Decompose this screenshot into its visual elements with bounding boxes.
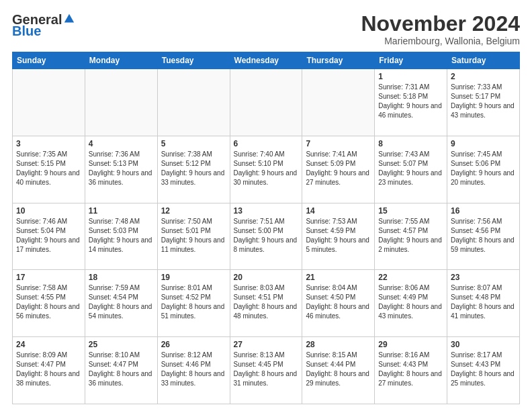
calendar-cell bbox=[302, 69, 375, 136]
calendar-cell: 12Sunrise: 7:50 AM Sunset: 5:01 PM Dayli… bbox=[157, 203, 230, 270]
calendar-cell bbox=[13, 69, 85, 136]
calendar-cell: 2Sunrise: 7:33 AM Sunset: 5:17 PM Daylig… bbox=[447, 69, 520, 136]
day-number: 13 bbox=[234, 206, 299, 216]
col-header-wednesday: Wednesday bbox=[230, 52, 302, 69]
day-info: Sunrise: 7:58 AM Sunset: 4:55 PM Dayligh… bbox=[16, 283, 81, 321]
calendar-cell: 13Sunrise: 7:51 AM Sunset: 5:00 PM Dayli… bbox=[230, 203, 302, 270]
calendar-cell: 14Sunrise: 7:53 AM Sunset: 4:59 PM Dayli… bbox=[302, 203, 375, 270]
day-number: 7 bbox=[306, 139, 371, 148]
day-number: 23 bbox=[451, 273, 516, 282]
day-info: Sunrise: 8:06 AM Sunset: 4:49 PM Dayligh… bbox=[378, 283, 443, 321]
calendar-cell: 25Sunrise: 8:10 AM Sunset: 4:47 PM Dayli… bbox=[85, 337, 157, 404]
month-title: November 2024 bbox=[361, 12, 520, 36]
calendar-cell bbox=[157, 69, 230, 136]
logo-blue-text: Blue bbox=[12, 24, 41, 39]
calendar-cell: 4Sunrise: 7:36 AM Sunset: 5:13 PM Daylig… bbox=[85, 136, 157, 203]
day-number: 17 bbox=[16, 273, 81, 282]
calendar-cell: 15Sunrise: 7:55 AM Sunset: 4:57 PM Dayli… bbox=[375, 203, 447, 270]
day-number: 26 bbox=[161, 340, 226, 349]
day-number: 4 bbox=[89, 139, 154, 148]
col-header-friday: Friday bbox=[375, 52, 447, 69]
calendar-table: SundayMondayTuesdayWednesdayThursdayFrid… bbox=[12, 52, 520, 404]
calendar-cell: 29Sunrise: 8:16 AM Sunset: 4:43 PM Dayli… bbox=[375, 337, 447, 404]
header: General Blue November 2024 Mariembourg, … bbox=[12, 12, 520, 46]
calendar-cell: 23Sunrise: 8:07 AM Sunset: 4:48 PM Dayli… bbox=[447, 270, 520, 337]
logo-icon bbox=[63, 13, 75, 25]
day-info: Sunrise: 8:07 AM Sunset: 4:48 PM Dayligh… bbox=[451, 283, 516, 321]
day-info: Sunrise: 8:15 AM Sunset: 4:44 PM Dayligh… bbox=[306, 351, 371, 388]
calendar-cell bbox=[230, 69, 302, 136]
logo: General Blue bbox=[12, 12, 75, 39]
day-number: 6 bbox=[234, 139, 299, 148]
col-header-monday: Monday bbox=[85, 52, 157, 69]
day-info: Sunrise: 7:45 AM Sunset: 5:06 PM Dayligh… bbox=[451, 150, 516, 187]
day-number: 9 bbox=[451, 139, 516, 148]
svg-marker-0 bbox=[64, 13, 74, 22]
calendar-header-row: SundayMondayTuesdayWednesdayThursdayFrid… bbox=[13, 52, 520, 69]
calendar-cell: 27Sunrise: 8:13 AM Sunset: 4:45 PM Dayli… bbox=[230, 337, 302, 404]
col-header-sunday: Sunday bbox=[13, 52, 85, 69]
calendar-cell: 24Sunrise: 8:09 AM Sunset: 4:47 PM Dayli… bbox=[13, 337, 85, 404]
page: General Blue November 2024 Mariembourg, … bbox=[0, 0, 532, 411]
day-info: Sunrise: 8:04 AM Sunset: 4:50 PM Dayligh… bbox=[306, 283, 371, 321]
day-info: Sunrise: 7:35 AM Sunset: 5:15 PM Dayligh… bbox=[16, 150, 81, 187]
day-info: Sunrise: 8:01 AM Sunset: 4:52 PM Dayligh… bbox=[161, 283, 226, 321]
day-number: 12 bbox=[161, 206, 226, 216]
day-info: Sunrise: 7:43 AM Sunset: 5:07 PM Dayligh… bbox=[378, 150, 443, 187]
day-info: Sunrise: 7:59 AM Sunset: 4:54 PM Dayligh… bbox=[89, 283, 154, 321]
calendar-week-row: 24Sunrise: 8:09 AM Sunset: 4:47 PM Dayli… bbox=[13, 337, 520, 404]
calendar-week-row: 17Sunrise: 7:58 AM Sunset: 4:55 PM Dayli… bbox=[13, 270, 520, 337]
calendar-cell: 1Sunrise: 7:31 AM Sunset: 5:18 PM Daylig… bbox=[375, 69, 447, 136]
day-info: Sunrise: 8:03 AM Sunset: 4:51 PM Dayligh… bbox=[234, 283, 299, 321]
calendar-week-row: 10Sunrise: 7:46 AM Sunset: 5:04 PM Dayli… bbox=[13, 203, 520, 270]
calendar-cell: 5Sunrise: 7:38 AM Sunset: 5:12 PM Daylig… bbox=[157, 136, 230, 203]
calendar-cell: 21Sunrise: 8:04 AM Sunset: 4:50 PM Dayli… bbox=[302, 270, 375, 337]
title-block: November 2024 Mariembourg, Wallonia, Bel… bbox=[361, 12, 520, 46]
day-number: 30 bbox=[451, 340, 516, 349]
calendar-cell bbox=[85, 69, 157, 136]
day-number: 22 bbox=[378, 273, 443, 282]
calendar-cell: 9Sunrise: 7:45 AM Sunset: 5:06 PM Daylig… bbox=[447, 136, 520, 203]
day-number: 10 bbox=[16, 206, 81, 216]
day-number: 27 bbox=[234, 340, 299, 349]
calendar-cell: 6Sunrise: 7:40 AM Sunset: 5:10 PM Daylig… bbox=[230, 136, 302, 203]
day-info: Sunrise: 7:31 AM Sunset: 5:18 PM Dayligh… bbox=[378, 83, 443, 120]
calendar-cell: 22Sunrise: 8:06 AM Sunset: 4:49 PM Dayli… bbox=[375, 270, 447, 337]
calendar-cell: 30Sunrise: 8:17 AM Sunset: 4:43 PM Dayli… bbox=[447, 337, 520, 404]
day-number: 29 bbox=[378, 340, 443, 349]
day-info: Sunrise: 7:33 AM Sunset: 5:17 PM Dayligh… bbox=[451, 83, 516, 120]
calendar-cell: 3Sunrise: 7:35 AM Sunset: 5:15 PM Daylig… bbox=[13, 136, 85, 203]
day-info: Sunrise: 7:55 AM Sunset: 4:57 PM Dayligh… bbox=[378, 217, 443, 255]
day-number: 25 bbox=[89, 340, 154, 349]
calendar-cell: 28Sunrise: 8:15 AM Sunset: 4:44 PM Dayli… bbox=[302, 337, 375, 404]
calendar-week-row: 3Sunrise: 7:35 AM Sunset: 5:15 PM Daylig… bbox=[13, 136, 520, 203]
day-number: 16 bbox=[451, 206, 516, 216]
day-info: Sunrise: 7:48 AM Sunset: 5:03 PM Dayligh… bbox=[89, 217, 154, 255]
day-number: 19 bbox=[161, 273, 226, 282]
day-info: Sunrise: 8:17 AM Sunset: 4:43 PM Dayligh… bbox=[451, 351, 516, 388]
day-info: Sunrise: 8:10 AM Sunset: 4:47 PM Dayligh… bbox=[89, 351, 154, 388]
day-info: Sunrise: 7:40 AM Sunset: 5:10 PM Dayligh… bbox=[234, 150, 299, 187]
calendar-cell: 10Sunrise: 7:46 AM Sunset: 5:04 PM Dayli… bbox=[13, 203, 85, 270]
day-number: 3 bbox=[16, 139, 81, 148]
day-number: 8 bbox=[378, 139, 443, 148]
day-number: 28 bbox=[306, 340, 371, 349]
day-number: 24 bbox=[16, 340, 81, 349]
col-header-saturday: Saturday bbox=[447, 52, 520, 69]
day-info: Sunrise: 8:09 AM Sunset: 4:47 PM Dayligh… bbox=[16, 351, 81, 388]
day-number: 20 bbox=[234, 273, 299, 282]
calendar-cell: 16Sunrise: 7:56 AM Sunset: 4:56 PM Dayli… bbox=[447, 203, 520, 270]
calendar-cell: 19Sunrise: 8:01 AM Sunset: 4:52 PM Dayli… bbox=[157, 270, 230, 337]
day-number: 1 bbox=[378, 72, 443, 81]
calendar-cell: 26Sunrise: 8:12 AM Sunset: 4:46 PM Dayli… bbox=[157, 337, 230, 404]
day-info: Sunrise: 7:38 AM Sunset: 5:12 PM Dayligh… bbox=[161, 150, 226, 187]
day-info: Sunrise: 7:36 AM Sunset: 5:13 PM Dayligh… bbox=[89, 150, 154, 187]
col-header-tuesday: Tuesday bbox=[157, 52, 230, 69]
day-info: Sunrise: 7:56 AM Sunset: 4:56 PM Dayligh… bbox=[451, 217, 516, 255]
day-number: 18 bbox=[89, 273, 154, 282]
calendar-week-row: 1Sunrise: 7:31 AM Sunset: 5:18 PM Daylig… bbox=[13, 69, 520, 136]
day-info: Sunrise: 7:53 AM Sunset: 4:59 PM Dayligh… bbox=[306, 217, 371, 255]
calendar-cell: 8Sunrise: 7:43 AM Sunset: 5:07 PM Daylig… bbox=[375, 136, 447, 203]
day-info: Sunrise: 7:50 AM Sunset: 5:01 PM Dayligh… bbox=[161, 217, 226, 255]
calendar-cell: 18Sunrise: 7:59 AM Sunset: 4:54 PM Dayli… bbox=[85, 270, 157, 337]
